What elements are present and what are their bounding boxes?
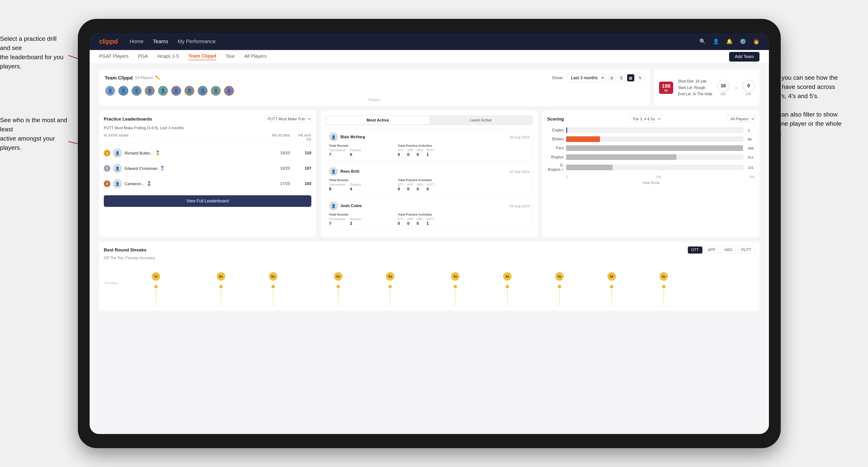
lb-row-1[interactable]: 1 👤 Richard Butler... 🥇 19/20 110 xyxy=(104,146,311,161)
avatar-3[interactable]: 👤 xyxy=(131,85,142,96)
subnav-team-clippd[interactable]: Team Clippd xyxy=(188,53,216,60)
nav-my-performance[interactable]: My Performance xyxy=(178,38,216,44)
ott-val-3: 0 xyxy=(398,221,404,226)
app-val-2: 0 xyxy=(407,187,413,191)
bar-row-bogeys: Bogeys 311 xyxy=(547,154,755,160)
nav-home[interactable]: Home xyxy=(129,38,144,44)
lb-row-2[interactable]: 2 👤 Edward Crossman 🥈 18/20 107 xyxy=(104,161,311,176)
edit-icon[interactable]: ✏️ xyxy=(155,75,160,81)
streak-line-8 xyxy=(611,286,612,306)
ott-val-2: 0 xyxy=(398,187,404,191)
avatar-1[interactable]: 👤 xyxy=(105,85,116,96)
scoring-bar-chart: Eagles 3 Birdies 96 Pars 499 Bogeys 311 … xyxy=(547,127,755,185)
total-rounds-header-2: Total Rounds xyxy=(329,178,395,182)
avatar-6[interactable]: 👤 xyxy=(171,85,182,96)
apc-player-2[interactable]: 👤 Rees Britt xyxy=(329,167,359,176)
practice-leaderboard-panel: Practice Leaderboards PUTT Must Make Put… xyxy=(99,111,316,237)
avatar-10[interactable]: 👤 xyxy=(224,85,235,96)
putt-val-2: 0 xyxy=(427,187,435,191)
apc-rounds-group-2: Total Rounds Tournament 8 Practice 4 xyxy=(329,178,395,191)
settings-icon[interactable]: ⚙️ xyxy=(740,38,746,44)
apc-avatar-3: 👤 xyxy=(329,201,338,210)
bell-icon[interactable]: 🔔 xyxy=(726,38,733,44)
practice-label-2: Practice xyxy=(350,183,361,186)
arg-label-3: ARG xyxy=(416,217,423,221)
tab-most-active[interactable]: Most Active xyxy=(326,116,429,125)
putt-label-1: PUTT xyxy=(427,148,435,152)
show-select[interactable]: Last 3 months xyxy=(567,73,605,82)
streaks-btn-ott[interactable]: OTT xyxy=(688,247,703,253)
streak-dot-8 xyxy=(610,285,613,288)
leaderboard-header: PLAYER NAME PB SCORE PB AVG SQ xyxy=(104,133,311,143)
apc-header-1: 👤 Blair McHarg 26 Aug 2023 xyxy=(329,132,530,142)
streak-dot-0 xyxy=(154,285,158,288)
bar-label: Pars xyxy=(547,146,564,150)
avatar-icon[interactable]: 👨 xyxy=(753,38,760,44)
apc-player-1[interactable]: 👤 Blair McHarg xyxy=(329,132,365,142)
streaks-btn-arg[interactable]: ARG xyxy=(721,247,736,253)
streaks-btn-app[interactable]: APP xyxy=(704,247,719,253)
arg-val-2: 0 xyxy=(416,187,423,191)
subnav-pga[interactable]: PGA xyxy=(138,54,148,60)
activity-tabs: Most Active Least Active xyxy=(326,115,533,125)
avatar-9[interactable]: 👤 xyxy=(210,85,221,96)
subnav-pgat[interactable]: PGAT Players xyxy=(99,54,129,60)
total-rounds-header-3: Total Rounds xyxy=(329,213,395,216)
subnav-hcaps[interactable]: Hcaps 1-5 xyxy=(157,54,179,60)
leaderboard-dropdown[interactable]: PUTT Must Make Putting ... xyxy=(264,115,311,123)
bar-container xyxy=(566,165,743,170)
tab-least-active[interactable]: Least Active xyxy=(429,116,532,125)
tournament-stat-1: Tournament 7 xyxy=(329,148,345,157)
team-title: Team Clippd xyxy=(105,75,133,81)
avatar-4[interactable]: 👤 xyxy=(144,85,155,96)
user-icon[interactable]: 👤 xyxy=(713,38,719,44)
bar-container xyxy=(566,145,743,151)
total-practice-header-1: Total Practice Activities xyxy=(398,144,530,148)
avatar-5[interactable]: 👤 xyxy=(158,85,168,96)
streak-label-2: 6x xyxy=(269,272,277,281)
app-label-2: APP xyxy=(407,183,413,186)
activity-card-3: 👤 Josh Coles 26 Aug 2023 Total Rounds To… xyxy=(326,198,533,229)
bar-label: Eagles xyxy=(547,128,564,132)
lb-row-3[interactable]: 3 👤 Cameron... 🥉 17/20 103 xyxy=(104,176,311,191)
col-pb-sq: PB AVG SQ xyxy=(292,133,311,141)
apc-player-3[interactable]: 👤 Josh Coles xyxy=(329,201,362,210)
grid-view-icon[interactable]: ⊞ xyxy=(608,74,616,82)
view-full-leaderboard-button[interactable]: View Full Leaderboard xyxy=(104,195,311,207)
streak-line-2 xyxy=(273,286,273,306)
scoring-player-filter[interactable]: All Players xyxy=(727,115,755,123)
shot-detail-2: Start Lie: Rough xyxy=(678,85,712,91)
avatar-2[interactable]: 👤 xyxy=(118,85,129,96)
streaks-btn-putt[interactable]: PUTT xyxy=(738,247,755,253)
card-view-icon[interactable]: ▦ xyxy=(627,74,634,82)
avatar-7[interactable]: 👤 xyxy=(184,85,195,96)
lb-avatar-1: 👤 xyxy=(113,148,122,158)
streak-line-1 xyxy=(221,286,221,306)
streaks-subtitle: Off The Tee, Fairway Accuracy xyxy=(104,256,755,260)
ott-label-3: OTT xyxy=(398,217,404,221)
bar-row-birdies: Birdies 96 xyxy=(547,136,755,142)
show-label: Show: xyxy=(552,75,564,81)
rank-badge-3: 3 xyxy=(104,181,111,187)
nav-teams[interactable]: Teams xyxy=(153,38,168,44)
app-label-1: APP xyxy=(407,148,413,152)
lb-sq-3: 103 xyxy=(292,181,311,186)
add-team-button[interactable]: Add Team xyxy=(729,52,760,62)
streak-label-6: 4x xyxy=(503,272,512,281)
subnav-tour[interactable]: Tour xyxy=(226,54,235,60)
filter-view-icon[interactable]: ⇅ xyxy=(637,74,644,82)
leaderboard-subtitle: PUTT Must Make Putting (3-6 ft), Last 3 … xyxy=(104,126,311,130)
tournament-val-3: 7 xyxy=(329,221,345,226)
practice-val-1: 6 xyxy=(350,152,361,157)
avatar-8[interactable]: 👤 xyxy=(197,85,208,96)
search-icon[interactable]: 🔍 xyxy=(700,38,706,44)
list-view-icon[interactable]: ☰ xyxy=(618,74,625,82)
shot-info-panel: 198 sc Shot Dist: 16 yds Start Lie: Roug… xyxy=(654,69,760,106)
streaks-header: Best Round Streaks OTT APP ARG PUTT xyxy=(104,247,755,253)
bar-row-d.-bogeys-+: D. Bogeys + 131 xyxy=(547,163,755,172)
subnav-all-players[interactable]: All Players xyxy=(244,54,267,60)
streaks-filter-buttons: OTT APP ARG PUTT xyxy=(688,247,755,253)
shot-badge-number: 198 xyxy=(662,83,671,89)
scoring-par-filter[interactable]: Par 3, 4 & 5s xyxy=(629,115,661,123)
apc-rounds-group-1: Total Rounds Tournament 7 Practice 6 xyxy=(329,144,395,157)
